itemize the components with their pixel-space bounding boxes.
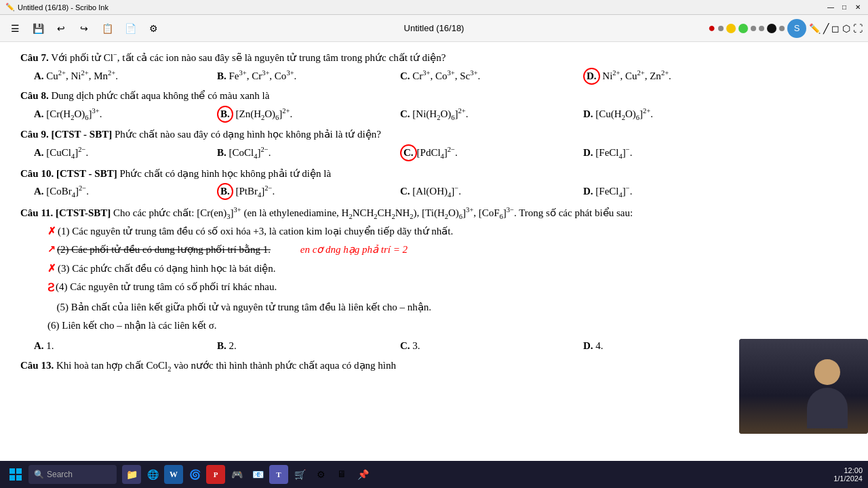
person-silhouette [800,359,854,434]
svg-rect-3 [16,475,22,481]
q10-text: Phức chất có dạng hình học không phải tứ… [119,168,331,179]
grey-dot4-icon [779,26,785,31]
q13-label: Câu 13. [20,360,54,371]
q9-b: B. [CoCl4]2−. [217,144,400,163]
red-dot-icon: ● [708,21,715,35]
question-7: Câu 7. Với phối tử Cl−, tất cả các ion n… [20,49,848,85]
undo-button[interactable]: ↩ [52,19,71,38]
taskbar-app-teams[interactable]: T [269,465,288,484]
q8-b: B. [Zn(H2O)6]2+. [217,105,400,124]
toolbar-right: ● S ✏️ ╱ ◻ ⬡ ⛶ [708,19,863,38]
doc-button[interactable]: 📄 [121,19,140,38]
question-10: Câu 10. [CTST - SBT] Phức chất có dạng h… [20,165,848,201]
eraser-tool-icon[interactable]: ◻ [831,23,840,34]
question-13: Câu 13. Khi hoà tan hợp chất CoCl2 vào n… [20,357,848,375]
taskbar-app-pdf[interactable]: P [206,465,225,484]
q11-label: Câu 11. [20,207,53,218]
q10-ctst: [CTST - SBT] [56,168,117,179]
q11-subitems: ✗ (1) Các nguyên tử trung tâm đều có số … [47,223,848,316]
q10-answers: A. [CoBr4]2−. B. [PtBr4]2−. C. [Al(OH)4]… [34,182,848,201]
close-button[interactable]: ✕ [853,3,863,12]
q10-c: C. [Al(OH)4]−. [400,182,583,201]
q11-item6: (6) Liên kết cho – nhận là các liên kết … [47,317,848,335]
settings-button[interactable]: ⚙ [144,19,163,38]
q8-d: D. [Cu(H2O)6]2+. [583,105,766,124]
q11-item2-mark: ↗ [47,241,56,258]
taskbar-app-edge[interactable]: 🌀 [185,465,204,484]
titlebar-left: ✏️ Untitled (16/18) - Scribo Ink [5,3,108,12]
q8-text: Dung dịch phức chất aqua không thể có mà… [51,90,269,101]
taskbar-app-store[interactable]: 🛒 [290,465,309,484]
q11-item5-text: (5) Bản chất của liên kết giữa phối tử v… [57,299,848,317]
taskbar-app-word[interactable]: W [164,465,183,484]
time-display: 12:00 1/1/2024 [833,466,863,483]
taskbar-app-terminal[interactable]: 🖥 [332,465,351,484]
q11-item2-annotation: en cơ dng hạg phả trí = 2 [300,244,408,255]
svg-rect-1 [16,468,22,474]
q10-b: B. [PtBr4]2−. [217,182,400,201]
q11-ctst: [CTST-SBT] [56,207,111,218]
q11-item2-text: (2) Các phối tử đều có dung lượng phối t… [57,241,848,259]
q11-item4-mark: Ƨ [47,279,54,297]
q11-item1-text: (1) Các nguyên tử trung tâm đều có số ox… [58,223,848,241]
copy-button[interactable]: 📋 [98,19,117,38]
grey-dot-icon [718,26,724,31]
toolbar: ☰ 💾 ↩ ↪ 📋 📄 ⚙ Untitled (16/18) ● S ✏️ ╱ … [0,15,868,42]
q8-a: A. [Cr(H2O)6]3+. [34,105,217,124]
redo-button[interactable]: ↪ [75,19,94,38]
taskbar-apps: 📁 🌐 W 🌀 P 🎮 📧 T 🛒 ⚙ 🖥 📌 [122,465,372,484]
maximize-button[interactable]: □ [840,3,849,12]
q9-a: A. [CuCl4]2−. [34,144,217,163]
titlebar-controls: — □ ✕ [826,3,863,12]
q7-text: Với phối tử Cl−, tất cả các ion nào sau … [51,52,446,63]
q8-answers: A. [Cr(H2O)6]3+. B. [Zn(H2O)6]2+. C. [Ni… [34,105,848,124]
search-icon: 🔍 [34,470,44,479]
save-button[interactable]: 💾 [28,19,47,38]
taskbar-app-game[interactable]: 🎮 [227,465,246,484]
q11-item3-text: (3) Các phức chất đều có dạng hình học l… [58,260,848,278]
yellow-dot-icon [726,24,736,33]
q11-item3: ✗ (3) Các phức chất đều có dạng hình học… [47,260,848,278]
pen-tool-icon[interactable]: ✏️ [809,23,821,34]
q7-label: Câu 7. [20,52,49,63]
titlebar: ✏️ Untitled (16/18) - Scribo Ink — □ ✕ [0,0,868,15]
q7-d: D. Ni2+, Cu2+, Zn2+. [583,67,766,85]
search-placeholder: Search [47,470,73,479]
taskbar-app-misc[interactable]: 📌 [353,465,372,484]
q8-label: Câu 8. [20,90,49,101]
fullscreen-icon[interactable]: ⛶ [853,23,863,34]
q11-item1: ✗ (1) Các nguyên tử trung tâm đều có số … [47,223,848,241]
search-box[interactable]: 🔍 Search [28,465,117,484]
question-9: Câu 9. [CTST - SBT] Phức chất nào sau đâ… [20,126,848,162]
taskbar-app-explorer[interactable]: 📁 [122,465,141,484]
date-text: 1/1/2024 [833,474,863,483]
document-title: Untitled (16/18) [404,23,465,33]
q8-c: C. [Ni(H2O)6]2+. [400,105,583,124]
shape-tool-icon[interactable]: ⬡ [842,23,850,34]
q7-a: A. Cu2+, Ni2+, Mn2+. [34,67,217,85]
user-avatar[interactable]: S [787,19,806,38]
taskbar: 🔍 Search 📁 🌐 W 🌀 P 🎮 📧 T 🛒 ⚙ 🖥 📌 12:00 1… [0,461,868,488]
taskbar-app-mail[interactable]: 📧 [248,465,267,484]
q11-c: C. 3. [400,338,583,355]
q11-item5: (5) Bản chất của liên kết giữa phối tử v… [47,299,848,317]
q9-ctst: [CTST - SBT] [51,129,112,140]
q9-answers: A. [CuCl4]2−. B. [CoCl4]2−. C.[PdCl4]2−.… [34,144,848,163]
q11-item1-mark: ✗ [47,223,56,241]
q11-answers: A. 1. B. 2. C. 3. D. 4. [34,338,848,355]
person-head [814,359,840,385]
taskbar-app-chrome[interactable]: 🌐 [143,465,162,484]
minimize-button[interactable]: — [826,3,835,12]
q10-d: D. [FeCl4]−. [583,182,766,201]
line-tool-icon[interactable]: ╱ [823,23,829,34]
q11-item2-strikethrough: (2) Các phối tử đều có dung lượng phối t… [57,244,271,255]
menu-button[interactable]: ☰ [5,19,24,38]
black-dot-icon [767,24,776,33]
q11-item5-indent [50,299,56,317]
q7-answers: A. Cu2+, Ni2+, Mn2+. B. Fe3+, Cr3+, Co3+… [34,67,848,85]
start-button[interactable] [5,464,26,485]
time-text: 12:00 [833,466,863,474]
windows-icon [9,468,22,481]
taskbar-app-settings[interactable]: ⚙ [311,465,330,484]
q11-a: A. 1. [34,338,217,355]
